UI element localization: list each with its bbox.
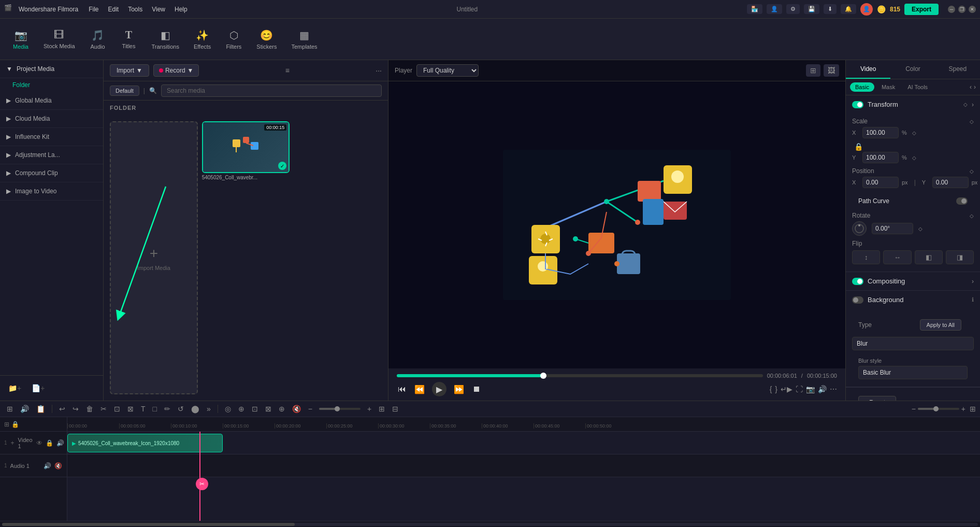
scale-keyframe-diamond[interactable]: ◇ (970, 119, 974, 124)
add-item-btn[interactable]: 📄+ (27, 380, 49, 396)
mute-btn[interactable]: 🔇 (290, 403, 304, 415)
tab-video[interactable]: Video (846, 60, 890, 79)
scissors-icon[interactable]: ✂ (196, 478, 208, 490)
record-button[interactable]: Record ▼ (153, 64, 199, 77)
video1-volume-btn[interactable]: 🔊 (56, 439, 65, 447)
menu-tools[interactable]: Tools (128, 6, 142, 13)
collapse-tracks-btn[interactable]: ⊞ (4, 421, 9, 428)
toolbar-titles[interactable]: T Titles (114, 26, 143, 52)
player-progress-track[interactable] (397, 374, 763, 377)
sidebar-item-cloud-media[interactable]: ▶ Cloud Media (0, 110, 103, 128)
sidebar-item-image-to-video[interactable]: ▶ Image to Video (0, 182, 103, 201)
download-btn[interactable]: ⬇ (824, 4, 837, 14)
video1-add-btn[interactable]: + (10, 439, 15, 447)
compositing-toggle[interactable] (852, 278, 863, 285)
flip-btn-4[interactable]: ◨ (946, 250, 974, 264)
more-options-btn[interactable]: ··· (376, 66, 382, 75)
filmora-store-btn[interactable]: 🏪 (747, 4, 762, 14)
toolbar-stock-media[interactable]: 🎞 Stock Media (37, 26, 81, 52)
snapshot-btn[interactable]: 📷 (806, 385, 815, 393)
add-folder-btn[interactable]: 📁+ (4, 380, 25, 396)
sidebar-item-compound-clip[interactable]: ▶ Compound Clip (0, 164, 103, 182)
menu-file[interactable]: File (89, 6, 98, 13)
sidebar-item-adjustment-layer[interactable]: ▶ Adjustment La... (0, 146, 103, 164)
timeline-more-btn[interactable]: 📋 (34, 403, 48, 415)
timeline-scroll-track[interactable] (2, 523, 978, 526)
position-keyframe-diamond[interactable]: ◇ (970, 168, 974, 174)
pos-x-input[interactable] (862, 177, 899, 188)
import-media-placeholder[interactable]: + Import Media (110, 121, 198, 394)
grid-layout-btn[interactable]: ⊞ (376, 403, 387, 415)
lock-tracks-btn[interactable]: 🔒 (11, 421, 19, 428)
menu-help[interactable]: Help (175, 6, 188, 13)
transform-keyframe-icon[interactable]: ◇ (963, 102, 968, 107)
subtab-basic[interactable]: Basic (850, 82, 874, 92)
zoom-out-btn[interactable]: − (912, 405, 916, 413)
rotate-timeline-btn[interactable]: ↺ (175, 403, 186, 415)
marker-btn[interactable]: ◎ (222, 403, 234, 415)
rect-btn[interactable]: □ (150, 403, 160, 415)
more-tools-btn[interactable]: » (204, 403, 213, 415)
rotate-diamond[interactable]: ◇ (918, 226, 923, 232)
volume-plus-btn[interactable]: + (365, 403, 374, 415)
save-btn[interactable]: 💾 (804, 4, 819, 14)
audio1-mute-btn[interactable]: 🔇 (54, 462, 63, 470)
notification-btn[interactable]: 🔔 (841, 4, 856, 14)
path-curve-toggle[interactable] (956, 197, 968, 205)
toolbar-transitions[interactable]: ◧ Transitions (146, 26, 185, 53)
tab-color[interactable]: Color (890, 60, 935, 79)
video1-lock-btn[interactable]: 🔒 (45, 439, 54, 447)
apply-to-all-button[interactable]: Apply to All (920, 319, 961, 331)
mark-in-btn[interactable]: { (770, 385, 772, 393)
minimize-button[interactable]: ─ (948, 6, 955, 13)
text-btn[interactable]: T (138, 403, 148, 415)
stop-btn[interactable]: ⏹ (471, 383, 482, 395)
toolbar-filters[interactable]: ⬡ Filters (219, 26, 248, 53)
export-button[interactable]: Export (904, 4, 939, 15)
mark-out-btn[interactable]: } (775, 385, 777, 393)
media-item-0[interactable]: 00:00:15 ✓ 5405026_Coll_wavebr... (202, 121, 290, 394)
frame-fwd-btn[interactable]: ⏩ (453, 383, 465, 395)
player-progress-thumb[interactable] (540, 373, 546, 379)
compositing-expand-icon[interactable]: › (972, 278, 974, 285)
background-section-header[interactable]: Background ℹ (846, 291, 980, 309)
timeline-scroll-thumb[interactable] (2, 523, 295, 526)
rotate-dial[interactable] (852, 221, 867, 236)
account-btn[interactable]: 👤 (767, 4, 782, 14)
zoom-in-btn[interactable]: + (961, 405, 965, 413)
flip-btn-3[interactable]: ◧ (915, 250, 943, 264)
add-video-track-btn[interactable]: ⊞ (4, 403, 16, 415)
rotate-input[interactable] (872, 223, 913, 234)
profile-btn[interactable]: 👤 (860, 3, 873, 16)
filter-btn[interactable]: ≡ (285, 66, 290, 75)
ripple-btn[interactable]: ⊠ (125, 403, 136, 415)
image-view-btn[interactable]: 🖼 (824, 64, 839, 77)
color-match-btn[interactable]: ⬤ (189, 403, 202, 415)
flip-vertical-btn[interactable]: ↕ (852, 250, 880, 264)
transform-toggle[interactable] (852, 101, 863, 108)
more-btn[interactable]: ⋯ (830, 385, 837, 393)
scale-x-input[interactable] (862, 127, 899, 138)
ripple-edit-btn[interactable]: ⊡ (249, 403, 261, 415)
import-button[interactable]: Import ▼ (110, 64, 149, 77)
delete-btn[interactable]: 🗑 (83, 403, 96, 415)
snap-btn[interactable]: ⊕ (236, 403, 247, 415)
subtab-nav-prev[interactable]: ‹ (970, 83, 972, 91)
close-button[interactable]: ✕ (969, 6, 976, 13)
volume-minus-btn[interactable]: − (306, 403, 315, 415)
toolbar-audio[interactable]: 🎵 Audio (83, 26, 112, 53)
default-button[interactable]: Default (110, 86, 139, 96)
subtab-mask[interactable]: Mask (876, 82, 900, 92)
rotate-keyframe-diamond[interactable]: ◇ (970, 213, 974, 219)
toolbar-templates[interactable]: ▦ Templates (285, 26, 323, 53)
quality-select[interactable]: Full Quality Half Quality Quarter Qualit… (416, 64, 479, 77)
timeline-add-btn[interactable]: ⊕ (276, 403, 287, 415)
timeline-grid-btn[interactable]: ⊞ (970, 405, 976, 413)
subtab-ai-tools[interactable]: AI Tools (902, 82, 933, 92)
play-button[interactable]: ▶ (432, 382, 446, 396)
background-toggle[interactable] (852, 296, 863, 304)
video1-eye-btn[interactable]: 👁 (36, 439, 43, 447)
add-audio-track-btn[interactable]: 🔊 (18, 403, 32, 415)
scale-y-diamond[interactable]: ◇ (912, 155, 916, 161)
sidebar-item-project-media[interactable]: ▼ Project Media (0, 60, 103, 78)
